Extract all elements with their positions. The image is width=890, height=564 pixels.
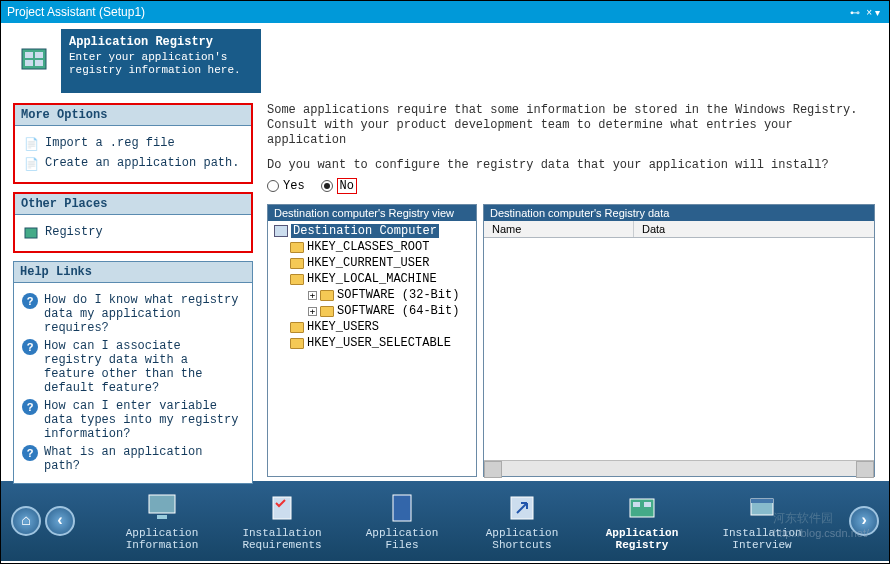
computer-icon — [274, 225, 288, 237]
more-options-panel: More Options 📄 Import a .reg file 📄 Crea… — [13, 103, 253, 184]
home-button[interactable]: ⌂ — [11, 506, 41, 536]
expand-icon[interactable]: + — [308, 307, 317, 316]
svg-rect-8 — [273, 497, 291, 519]
svg-rect-13 — [644, 502, 651, 507]
column-name[interactable]: Name — [484, 221, 634, 237]
help-link-1[interactable]: ?How can I associate registry data with … — [22, 339, 244, 395]
tree-pane-heading: Destination computer's Registry view — [268, 205, 476, 221]
window-title: Project Assistant (Setup1) — [7, 5, 847, 19]
svg-rect-12 — [633, 502, 640, 507]
step-install-interview[interactable]: Installation Interview — [717, 492, 807, 551]
tree-node[interactable]: HKEY_LOCAL_MACHINE — [270, 271, 474, 287]
file-icon: 📄 — [23, 136, 39, 152]
tree-node[interactable]: +SOFTWARE (32-Bit) — [270, 287, 474, 303]
svg-rect-9 — [393, 495, 411, 521]
menu-dropdown-icon[interactable]: ▾ — [875, 7, 880, 18]
radio-no[interactable]: No — [321, 178, 357, 194]
expand-icon[interactable]: + — [308, 291, 317, 300]
column-data[interactable]: Data — [634, 221, 874, 237]
data-pane-heading: Destination computer's Registry data — [484, 205, 874, 221]
wizard-footer: ⌂ ‹ Application Information Installation… — [1, 481, 889, 561]
step-app-registry[interactable]: Application Registry — [597, 492, 687, 551]
page-heading: Application Registry — [69, 35, 253, 49]
next-button[interactable]: › — [849, 506, 879, 536]
back-button[interactable]: ‹ — [45, 506, 75, 536]
create-app-path-link[interactable]: 📄 Create an application path. — [23, 156, 243, 172]
folder-icon — [320, 306, 334, 317]
interview-icon — [744, 492, 780, 524]
folder-icon — [290, 258, 304, 269]
tree-node[interactable]: HKEY_CURRENT_USER — [270, 255, 474, 271]
shortcut-icon — [504, 492, 540, 524]
registry-link[interactable]: Registry — [23, 225, 243, 241]
svg-rect-4 — [35, 60, 43, 66]
registry-icon — [23, 225, 39, 241]
help-links-heading: Help Links — [14, 262, 252, 283]
svg-rect-15 — [751, 499, 773, 503]
document-icon: 📄 — [23, 156, 39, 172]
tree-root[interactable]: Destination Computer — [270, 223, 474, 239]
step-app-files[interactable]: Application Files — [357, 492, 447, 551]
help-links-panel: Help Links ?How do I know what registry … — [13, 261, 253, 484]
registry-step-icon — [624, 492, 660, 524]
other-places-panel: Other Places Registry — [13, 192, 253, 253]
help-link-0[interactable]: ?How do I know what registry data my app… — [22, 293, 244, 335]
import-reg-link[interactable]: 📄 Import a .reg file — [23, 136, 243, 152]
svg-rect-5 — [25, 228, 37, 238]
page-subheading: Enter your application's registry inform… — [69, 51, 253, 77]
more-options-heading: More Options — [15, 105, 251, 126]
help-link-3[interactable]: ?What is an application path? — [22, 445, 244, 473]
folder-icon — [290, 322, 304, 333]
data-body — [484, 238, 874, 460]
step-app-info[interactable]: Application Information — [117, 492, 207, 551]
radio-icon — [267, 180, 279, 192]
radio-icon — [321, 180, 333, 192]
svg-rect-7 — [157, 515, 167, 519]
monitor-icon — [144, 492, 180, 524]
svg-rect-11 — [630, 499, 654, 517]
folder-icon — [290, 338, 304, 349]
folder-icon — [320, 290, 334, 301]
radio-yes[interactable]: Yes — [267, 179, 305, 193]
help-link-2[interactable]: ?How can I enter variable data types int… — [22, 399, 244, 441]
question-text: Do you want to configure the registry da… — [267, 158, 875, 172]
tree-node[interactable]: +SOFTWARE (64-Bit) — [270, 303, 474, 319]
step-app-shortcuts[interactable]: Application Shortcuts — [477, 492, 567, 551]
checklist-icon — [264, 492, 300, 524]
horizontal-scrollbar[interactable] — [484, 460, 874, 476]
svg-rect-3 — [25, 60, 33, 66]
file-icon — [384, 492, 420, 524]
help-icon: ? — [22, 293, 38, 309]
help-icon: ? — [22, 339, 38, 355]
folder-icon — [290, 242, 304, 253]
window-titlebar: Project Assistant (Setup1) ⊷ × ▾ — [1, 1, 889, 23]
intro-text: Some applications require that some info… — [267, 103, 875, 148]
svg-rect-1 — [25, 52, 33, 58]
header-text-block: Application Registry Enter your applicat… — [61, 29, 261, 93]
svg-rect-6 — [149, 495, 175, 513]
help-icon: ? — [22, 445, 38, 461]
data-column-headers: Name Data — [484, 221, 874, 238]
svg-rect-2 — [35, 52, 43, 58]
step-install-req[interactable]: Installation Requirements — [237, 492, 327, 551]
other-places-heading: Other Places — [15, 194, 251, 215]
registry-header-icon — [13, 29, 55, 89]
registry-tree-pane: Destination computer's Registry view Des… — [267, 204, 477, 477]
tree-node[interactable]: HKEY_USER_SELECTABLE — [270, 335, 474, 351]
close-icon[interactable]: × — [866, 7, 872, 18]
tree-node[interactable]: HKEY_CLASSES_ROOT — [270, 239, 474, 255]
pin-icon[interactable]: ⊷ — [850, 7, 860, 18]
tree-node[interactable]: HKEY_USERS — [270, 319, 474, 335]
help-icon: ? — [22, 399, 38, 415]
registry-data-pane: Destination computer's Registry data Nam… — [483, 204, 875, 477]
folder-icon — [290, 274, 304, 285]
